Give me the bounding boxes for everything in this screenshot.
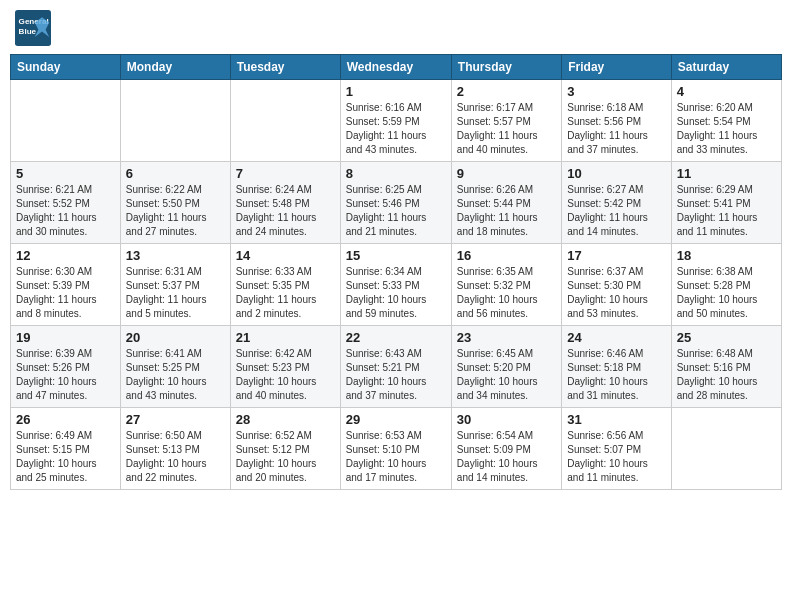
calendar-cell: 11Sunrise: 6:29 AM Sunset: 5:41 PM Dayli…	[671, 162, 781, 244]
calendar-cell: 1Sunrise: 6:16 AM Sunset: 5:59 PM Daylig…	[340, 80, 451, 162]
day-number: 28	[236, 412, 335, 427]
calendar-cell	[230, 80, 340, 162]
day-info: Sunrise: 6:16 AM Sunset: 5:59 PM Dayligh…	[346, 101, 446, 157]
day-info: Sunrise: 6:38 AM Sunset: 5:28 PM Dayligh…	[677, 265, 776, 321]
day-number: 14	[236, 248, 335, 263]
day-number: 29	[346, 412, 446, 427]
calendar-cell: 23Sunrise: 6:45 AM Sunset: 5:20 PM Dayli…	[451, 326, 561, 408]
weekday-header-saturday: Saturday	[671, 55, 781, 80]
calendar-cell: 12Sunrise: 6:30 AM Sunset: 5:39 PM Dayli…	[11, 244, 121, 326]
calendar-cell: 22Sunrise: 6:43 AM Sunset: 5:21 PM Dayli…	[340, 326, 451, 408]
logo: General Blue	[15, 10, 55, 46]
calendar-cell: 10Sunrise: 6:27 AM Sunset: 5:42 PM Dayli…	[562, 162, 671, 244]
calendar-cell: 16Sunrise: 6:35 AM Sunset: 5:32 PM Dayli…	[451, 244, 561, 326]
day-info: Sunrise: 6:54 AM Sunset: 5:09 PM Dayligh…	[457, 429, 556, 485]
day-info: Sunrise: 6:37 AM Sunset: 5:30 PM Dayligh…	[567, 265, 665, 321]
calendar-cell: 4Sunrise: 6:20 AM Sunset: 5:54 PM Daylig…	[671, 80, 781, 162]
weekday-header-row: SundayMondayTuesdayWednesdayThursdayFrid…	[11, 55, 782, 80]
calendar-cell: 14Sunrise: 6:33 AM Sunset: 5:35 PM Dayli…	[230, 244, 340, 326]
calendar-cell: 29Sunrise: 6:53 AM Sunset: 5:10 PM Dayli…	[340, 408, 451, 490]
day-info: Sunrise: 6:42 AM Sunset: 5:23 PM Dayligh…	[236, 347, 335, 403]
day-number: 11	[677, 166, 776, 181]
weekday-header-tuesday: Tuesday	[230, 55, 340, 80]
day-info: Sunrise: 6:25 AM Sunset: 5:46 PM Dayligh…	[346, 183, 446, 239]
weekday-header-friday: Friday	[562, 55, 671, 80]
header: General Blue	[10, 10, 782, 46]
day-number: 5	[16, 166, 115, 181]
day-number: 31	[567, 412, 665, 427]
calendar-cell: 26Sunrise: 6:49 AM Sunset: 5:15 PM Dayli…	[11, 408, 121, 490]
calendar-cell: 2Sunrise: 6:17 AM Sunset: 5:57 PM Daylig…	[451, 80, 561, 162]
calendar-cell: 20Sunrise: 6:41 AM Sunset: 5:25 PM Dayli…	[120, 326, 230, 408]
day-number: 7	[236, 166, 335, 181]
calendar-cell	[671, 408, 781, 490]
day-info: Sunrise: 6:45 AM Sunset: 5:20 PM Dayligh…	[457, 347, 556, 403]
calendar-cell: 27Sunrise: 6:50 AM Sunset: 5:13 PM Dayli…	[120, 408, 230, 490]
day-info: Sunrise: 6:24 AM Sunset: 5:48 PM Dayligh…	[236, 183, 335, 239]
day-number: 18	[677, 248, 776, 263]
calendar-cell: 17Sunrise: 6:37 AM Sunset: 5:30 PM Dayli…	[562, 244, 671, 326]
calendar-body: 1Sunrise: 6:16 AM Sunset: 5:59 PM Daylig…	[11, 80, 782, 490]
day-number: 12	[16, 248, 115, 263]
day-info: Sunrise: 6:50 AM Sunset: 5:13 PM Dayligh…	[126, 429, 225, 485]
week-row-4: 19Sunrise: 6:39 AM Sunset: 5:26 PM Dayli…	[11, 326, 782, 408]
day-number: 3	[567, 84, 665, 99]
calendar-cell	[120, 80, 230, 162]
weekday-header-wednesday: Wednesday	[340, 55, 451, 80]
calendar-cell: 7Sunrise: 6:24 AM Sunset: 5:48 PM Daylig…	[230, 162, 340, 244]
day-number: 16	[457, 248, 556, 263]
day-info: Sunrise: 6:21 AM Sunset: 5:52 PM Dayligh…	[16, 183, 115, 239]
week-row-3: 12Sunrise: 6:30 AM Sunset: 5:39 PM Dayli…	[11, 244, 782, 326]
day-number: 19	[16, 330, 115, 345]
calendar-table: SundayMondayTuesdayWednesdayThursdayFrid…	[10, 54, 782, 490]
week-row-2: 5Sunrise: 6:21 AM Sunset: 5:52 PM Daylig…	[11, 162, 782, 244]
day-number: 24	[567, 330, 665, 345]
day-number: 26	[16, 412, 115, 427]
day-number: 20	[126, 330, 225, 345]
day-number: 23	[457, 330, 556, 345]
day-info: Sunrise: 6:56 AM Sunset: 5:07 PM Dayligh…	[567, 429, 665, 485]
day-info: Sunrise: 6:53 AM Sunset: 5:10 PM Dayligh…	[346, 429, 446, 485]
calendar-cell: 8Sunrise: 6:25 AM Sunset: 5:46 PM Daylig…	[340, 162, 451, 244]
svg-text:Blue: Blue	[19, 27, 37, 36]
day-number: 13	[126, 248, 225, 263]
calendar-cell	[11, 80, 121, 162]
day-info: Sunrise: 6:27 AM Sunset: 5:42 PM Dayligh…	[567, 183, 665, 239]
day-number: 25	[677, 330, 776, 345]
day-info: Sunrise: 6:33 AM Sunset: 5:35 PM Dayligh…	[236, 265, 335, 321]
day-info: Sunrise: 6:46 AM Sunset: 5:18 PM Dayligh…	[567, 347, 665, 403]
day-info: Sunrise: 6:39 AM Sunset: 5:26 PM Dayligh…	[16, 347, 115, 403]
week-row-5: 26Sunrise: 6:49 AM Sunset: 5:15 PM Dayli…	[11, 408, 782, 490]
day-number: 22	[346, 330, 446, 345]
day-number: 2	[457, 84, 556, 99]
day-number: 1	[346, 84, 446, 99]
calendar-cell: 19Sunrise: 6:39 AM Sunset: 5:26 PM Dayli…	[11, 326, 121, 408]
calendar-cell: 25Sunrise: 6:48 AM Sunset: 5:16 PM Dayli…	[671, 326, 781, 408]
day-number: 21	[236, 330, 335, 345]
day-info: Sunrise: 6:22 AM Sunset: 5:50 PM Dayligh…	[126, 183, 225, 239]
day-number: 9	[457, 166, 556, 181]
day-number: 30	[457, 412, 556, 427]
calendar-cell: 13Sunrise: 6:31 AM Sunset: 5:37 PM Dayli…	[120, 244, 230, 326]
day-info: Sunrise: 6:31 AM Sunset: 5:37 PM Dayligh…	[126, 265, 225, 321]
day-info: Sunrise: 6:18 AM Sunset: 5:56 PM Dayligh…	[567, 101, 665, 157]
calendar-cell: 15Sunrise: 6:34 AM Sunset: 5:33 PM Dayli…	[340, 244, 451, 326]
weekday-header-sunday: Sunday	[11, 55, 121, 80]
calendar-cell: 21Sunrise: 6:42 AM Sunset: 5:23 PM Dayli…	[230, 326, 340, 408]
day-info: Sunrise: 6:41 AM Sunset: 5:25 PM Dayligh…	[126, 347, 225, 403]
calendar-cell: 24Sunrise: 6:46 AM Sunset: 5:18 PM Dayli…	[562, 326, 671, 408]
day-info: Sunrise: 6:52 AM Sunset: 5:12 PM Dayligh…	[236, 429, 335, 485]
calendar-cell: 9Sunrise: 6:26 AM Sunset: 5:44 PM Daylig…	[451, 162, 561, 244]
day-number: 4	[677, 84, 776, 99]
calendar-cell: 6Sunrise: 6:22 AM Sunset: 5:50 PM Daylig…	[120, 162, 230, 244]
day-number: 15	[346, 248, 446, 263]
day-info: Sunrise: 6:48 AM Sunset: 5:16 PM Dayligh…	[677, 347, 776, 403]
day-info: Sunrise: 6:17 AM Sunset: 5:57 PM Dayligh…	[457, 101, 556, 157]
day-info: Sunrise: 6:49 AM Sunset: 5:15 PM Dayligh…	[16, 429, 115, 485]
day-info: Sunrise: 6:43 AM Sunset: 5:21 PM Dayligh…	[346, 347, 446, 403]
calendar-cell: 5Sunrise: 6:21 AM Sunset: 5:52 PM Daylig…	[11, 162, 121, 244]
day-number: 27	[126, 412, 225, 427]
calendar-cell: 18Sunrise: 6:38 AM Sunset: 5:28 PM Dayli…	[671, 244, 781, 326]
calendar-cell: 28Sunrise: 6:52 AM Sunset: 5:12 PM Dayli…	[230, 408, 340, 490]
week-row-1: 1Sunrise: 6:16 AM Sunset: 5:59 PM Daylig…	[11, 80, 782, 162]
